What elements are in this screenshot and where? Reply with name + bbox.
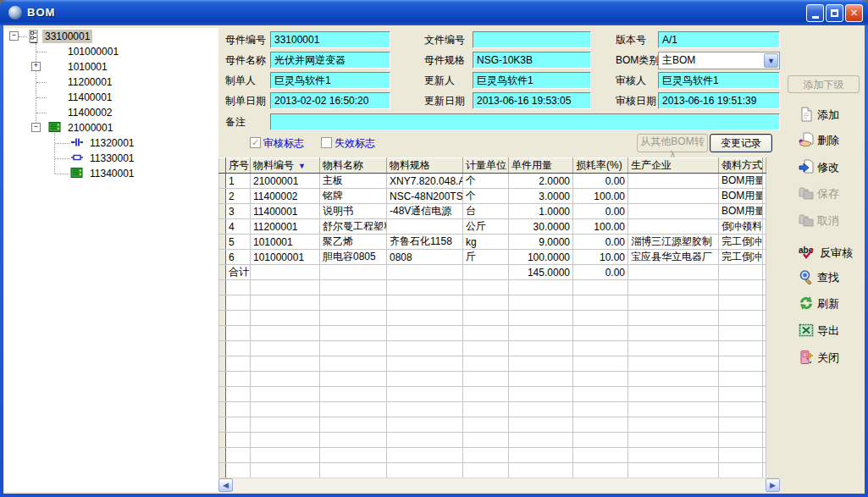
export-button[interactable]: 导出 (799, 322, 839, 340)
table-empty-row[interactable] (219, 433, 766, 448)
table-empty-row[interactable] (219, 372, 766, 387)
table-empty-row[interactable] (219, 448, 766, 463)
sidebar-item-label: 关闭 (817, 351, 839, 366)
tree-item[interactable]: 11200001 (4, 75, 218, 90)
close-button[interactable]: ✕ (845, 4, 863, 22)
create-date-field[interactable]: 2013-02-02 16:50:20 (270, 92, 390, 109)
row-selector[interactable] (219, 219, 226, 235)
tree-item[interactable]: 11400002 (4, 105, 218, 120)
row-selector[interactable] (219, 402, 226, 417)
title-bar[interactable]: BOM ✕ (0, 0, 868, 25)
unaudit-button[interactable]: abc反审核 (799, 244, 853, 262)
tree-item[interactable]: 11400001 (4, 90, 218, 105)
column-header[interactable]: 生产企业 (628, 158, 719, 174)
row-selector[interactable] (219, 387, 226, 402)
scroll-right-button[interactable]: ▶ (766, 478, 780, 492)
change-log-button[interactable]: 变更记录 (710, 134, 772, 152)
row-selector[interactable] (219, 204, 226, 219)
row-selector[interactable] (219, 463, 226, 478)
sidebar-item-label: 修改 (817, 160, 839, 175)
audit-date-field[interactable]: 2013-06-16 19:51:39 (658, 92, 780, 109)
tree-expander[interactable]: − (31, 123, 41, 132)
tree-item[interactable]: +1010001 (4, 59, 218, 75)
scroll-left-button[interactable]: ◀ (218, 478, 233, 492)
cell (387, 341, 463, 356)
table-empty-row[interactable] (219, 295, 766, 311)
table-empty-row[interactable] (219, 326, 766, 341)
table-empty-row[interactable] (219, 387, 766, 402)
row-selector[interactable] (219, 174, 226, 189)
column-header[interactable]: 序号 (226, 158, 251, 174)
table-row[interactable]: 211400002铭牌NSC-48N200TS个3.0000100.00BOM用… (219, 189, 766, 204)
audit-flag-checkbox[interactable]: ✓ (250, 137, 261, 148)
row-selector[interactable] (219, 433, 226, 448)
row-selector[interactable] (219, 341, 226, 356)
tree-item[interactable]: −21000001 (4, 120, 218, 135)
row-selector[interactable] (219, 250, 226, 265)
table-empty-row[interactable] (219, 280, 766, 295)
remark-field[interactable] (270, 113, 780, 130)
modify-button[interactable]: 修改 (799, 158, 839, 177)
table-row[interactable]: 121000001主板XNY7.820.048.A个2.00000.00BOM用… (219, 174, 766, 189)
row-selector[interactable] (219, 311, 226, 326)
chevron-down-icon[interactable]: ▼ (764, 53, 778, 68)
auditor-field[interactable]: 巨灵鸟软件1 (658, 72, 780, 89)
creator-field[interactable]: 巨灵鸟软件1 (270, 72, 390, 89)
maximize-button[interactable] (826, 4, 843, 22)
row-selector[interactable] (219, 448, 226, 463)
column-header[interactable]: 单件用量 (509, 158, 573, 174)
file-code-field[interactable] (473, 31, 591, 48)
update-date-field[interactable]: 2013-06-16 19:53:05 (473, 92, 591, 109)
column-header[interactable]: 损耗率(%) (573, 158, 628, 174)
table-row[interactable]: 51010001聚乙烯齐鲁石化1158kg9.00000.00淄博三江源塑胶制完… (219, 235, 766, 250)
delete-button[interactable]: 删除 (799, 131, 839, 150)
column-header[interactable]: 物料名称 (320, 158, 387, 174)
table-empty-row[interactable] (219, 341, 766, 356)
row-selector[interactable] (219, 356, 226, 372)
column-header[interactable]: 物料编号▼ (251, 158, 320, 174)
doc-edit-icon (799, 159, 814, 177)
row-selector[interactable] (219, 372, 226, 387)
minimize-button[interactable] (806, 4, 824, 22)
updater-field[interactable]: 巨灵鸟软件1 (473, 72, 591, 89)
parent-code-field[interactable]: 33100001 (270, 31, 390, 48)
cell (226, 417, 251, 433)
column-header[interactable]: 领料方式 (719, 158, 763, 174)
add-button[interactable]: 添加 (799, 106, 839, 124)
tree-item[interactable]: 101000001 (4, 44, 218, 59)
column-header[interactable]: 物料规格 (387, 158, 463, 174)
table-row[interactable]: 311400001说明书-48V通信电源台1.00000.00BOM用量 (219, 204, 766, 219)
table-empty-row[interactable] (219, 417, 766, 433)
row-selector[interactable] (219, 295, 226, 311)
table-empty-row[interactable] (219, 311, 766, 326)
table-empty-row[interactable] (219, 463, 766, 478)
row-selector[interactable] (219, 189, 226, 204)
table-row[interactable]: 411200001舒尔曼工程塑料公斤30.0000100.00倒冲领料 (219, 219, 766, 235)
find-button[interactable]: 查找 (799, 268, 839, 287)
column-header[interactable]: 计量单位 (463, 158, 509, 174)
tree-expander[interactable]: + (31, 62, 41, 71)
row-selector[interactable] (219, 326, 226, 341)
table-empty-row[interactable] (219, 356, 766, 372)
close-button[interactable]: 关闭 (799, 349, 839, 367)
tree-item[interactable]: 11340001 (4, 166, 218, 181)
version-field[interactable]: A/1 (658, 31, 780, 48)
table-total-row[interactable]: 合计145.00000.00 (219, 265, 766, 280)
parent-spec-field[interactable]: NSG-10K3B (473, 52, 591, 69)
refresh-button[interactable]: 刷新 (799, 295, 839, 313)
row-selector[interactable] (219, 417, 226, 433)
bom-type-select[interactable]: 主BOM▼ (658, 52, 780, 69)
horizontal-scrollbar[interactable]: ◀ ▶ (218, 478, 780, 492)
tree-item[interactable]: −33100001 (4, 29, 218, 44)
parent-name-label: 母件名称 (225, 52, 266, 69)
row-selector[interactable] (219, 265, 226, 280)
row-selector[interactable] (219, 280, 226, 295)
tree-expander[interactable]: − (9, 31, 19, 41)
tree-item[interactable]: 11330001 (4, 151, 218, 166)
row-selector[interactable] (219, 235, 226, 250)
table-empty-row[interactable] (219, 402, 766, 417)
table-row[interactable]: 6101000001胆电容08050808斤100.000010.00宝应县华立… (219, 250, 766, 265)
tree-item[interactable]: 11320001 (4, 135, 218, 151)
invalid-flag-checkbox[interactable] (321, 137, 332, 148)
parent-name-field[interactable]: 光伏并网逆变器 (270, 52, 390, 69)
